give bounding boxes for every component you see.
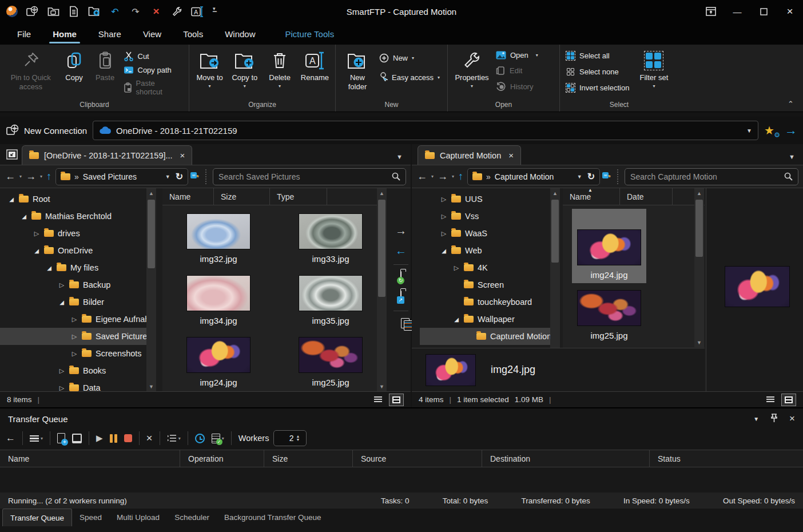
paste-button[interactable]: Paste: [90, 47, 120, 85]
new-folder-button[interactable]: New folder: [339, 47, 376, 93]
queue-dropdown-icon[interactable]: ▼: [753, 416, 759, 422]
tab-window[interactable]: Window: [224, 26, 256, 42]
scroll-down-icon[interactable]: ▼: [146, 382, 156, 391]
easy-access-button[interactable]: Easy access ▾: [377, 72, 442, 83]
properties-button[interactable]: Properties ▾: [451, 47, 492, 91]
copy-to-button[interactable]: Copy to ▾: [228, 47, 261, 91]
queue-remove-button[interactable]: ×: [146, 432, 153, 444]
right-search-input[interactable]: [630, 172, 781, 181]
address-dropdown-icon[interactable]: ▼: [577, 174, 582, 180]
favorites-star-icon[interactable]: ★⚙: [764, 124, 779, 137]
scroll-up-icon[interactable]: ▲: [146, 188, 156, 198]
collapse-ribbon-button[interactable]: ⌃: [778, 96, 803, 112]
file-tile-img25[interactable]: img25.jpg: [294, 334, 367, 391]
tree-item-bilder[interactable]: ◢Bilder: [0, 293, 146, 311]
queue-verify-button[interactable]: ✓▾: [212, 434, 224, 443]
copy-button[interactable]: Copy: [59, 47, 89, 85]
select-none-button[interactable]: Select none: [563, 66, 631, 77]
expanded-icon[interactable]: ◢: [46, 265, 53, 271]
right-browser-tab[interactable]: Captured Motion ×: [418, 145, 521, 165]
file-tile-img24-selected[interactable]: img24.jpg: [572, 209, 646, 283]
expanded-icon[interactable]: ◢: [453, 316, 460, 323]
file-tile-img25[interactable]: img25.jpg: [572, 287, 646, 344]
file-tile-img34[interactable]: img34.jpg: [182, 272, 255, 329]
queue-schedule-button[interactable]: [195, 434, 205, 443]
collapsed-icon[interactable]: ▷: [440, 213, 447, 220]
close-button[interactable]: ×: [777, 0, 803, 23]
tree-item-4k[interactable]: ▷4K: [420, 259, 550, 276]
refresh-icon[interactable]: ↻: [587, 171, 595, 182]
queue-pause-button[interactable]: [110, 434, 117, 443]
left-list-scrollbar[interactable]: ▲ ▼: [377, 188, 387, 391]
left-tab-list-dropdown-icon[interactable]: ▼: [396, 153, 403, 160]
connection-combobox[interactable]: OneDrive - 2018-11-21T022159 ▼: [93, 121, 758, 140]
tab-background-transfer-queue[interactable]: Background Transfer Queue: [217, 509, 329, 526]
scroll-up-icon[interactable]: ▲: [694, 188, 704, 198]
list-view-button[interactable]: [371, 394, 385, 406]
search-icon[interactable]: [392, 172, 400, 181]
tree-item-waas[interactable]: ▷WaaS: [420, 225, 550, 242]
collapsed-icon[interactable]: ▷: [58, 384, 65, 392]
open-button[interactable]: Open ▾: [494, 50, 540, 60]
delete-button[interactable]: Delete ▾: [263, 47, 297, 91]
queue-column-status[interactable]: Status: [650, 450, 803, 467]
tree-item-data[interactable]: ▷Data: [0, 379, 146, 391]
column-name[interactable]: Name: [162, 188, 214, 205]
workers-spinner[interactable]: ▲▼: [273, 430, 307, 446]
collapsed-icon[interactable]: ▷: [71, 316, 78, 323]
tab-speed[interactable]: Speed: [72, 509, 109, 526]
collapsed-icon[interactable]: ▷: [71, 350, 78, 358]
queue-add-button[interactable]: +: [57, 433, 65, 443]
connection-dropdown-icon[interactable]: ▼: [746, 128, 752, 134]
tab-home[interactable]: Home: [51, 26, 78, 42]
tab-tools[interactable]: Tools: [182, 26, 204, 42]
collapsed-icon[interactable]: ▷: [71, 333, 78, 340]
tree-item-drives[interactable]: ▷drives: [0, 225, 146, 242]
customize-toolbar-dropdown-icon[interactable]: ▾▔: [213, 6, 217, 17]
pin-panel-icon[interactable]: [770, 414, 778, 424]
scroll-up-icon[interactable]: ▲: [377, 188, 387, 198]
left-tree-scrollbar[interactable]: ▲ ▼: [146, 188, 156, 391]
tree-item-captured-motion[interactable]: Captured Motion: [420, 328, 550, 345]
queue-column-source[interactable]: Source: [353, 450, 482, 467]
forward-button[interactable]: →: [437, 170, 448, 182]
queue-save-button[interactable]: [72, 434, 82, 443]
back-dropdown-icon[interactable]: ▾: [19, 174, 22, 179]
remote-browser-icon[interactable]: [26, 5, 39, 18]
queue-column-destination[interactable]: Destination: [482, 450, 650, 467]
right-list-scrollbar[interactable]: ▲ ▼: [694, 188, 704, 347]
forward-dropdown-icon[interactable]: ▾: [40, 174, 42, 179]
maximize-button[interactable]: [750, 0, 777, 23]
list-view-button[interactable]: [763, 394, 778, 406]
new-connection-button[interactable]: New Connection: [6, 124, 87, 137]
queue-back-button[interactable]: ←: [6, 432, 15, 444]
column-type[interactable]: Type: [270, 188, 327, 205]
thumbnail-view-button[interactable]: [781, 394, 796, 406]
tree-item-screen[interactable]: Screen: [420, 276, 550, 293]
redo-icon[interactable]: ↷: [129, 5, 142, 18]
tab-picture-tools[interactable]: Picture Tools: [284, 26, 336, 42]
tab-file[interactable]: File: [16, 26, 32, 42]
queue-start-button[interactable]: ▶: [96, 433, 103, 443]
search-icon[interactable]: [784, 172, 793, 181]
queue-column-name[interactable]: Name: [0, 450, 180, 467]
expanded-icon[interactable]: ◢: [8, 196, 15, 203]
file-tile-img24[interactable]: img24.jpg: [182, 334, 255, 391]
new-item-button[interactable]: New ▾: [377, 53, 442, 63]
queue-view-button[interactable]: ▾: [167, 434, 181, 442]
spin-down-icon[interactable]: ▼: [296, 438, 300, 442]
right-search-box[interactable]: [625, 168, 798, 185]
tree-item-books[interactable]: ▷Books: [0, 362, 146, 379]
forward-dropdown-icon[interactable]: ▾: [452, 174, 454, 179]
column-date[interactable]: Date: [620, 188, 673, 205]
collapsed-icon[interactable]: ▷: [440, 196, 447, 203]
file-tile-img33[interactable]: img33.jpg: [294, 210, 367, 267]
workers-input[interactable]: [274, 434, 293, 443]
back-button[interactable]: ←: [5, 170, 16, 182]
undo-icon[interactable]: ↶: [109, 5, 121, 18]
back-button[interactable]: ←: [416, 170, 428, 182]
tree-item-web[interactable]: ◢Web: [420, 242, 550, 259]
scroll-up-icon[interactable]: ▲: [550, 188, 560, 198]
tree-item-backup[interactable]: ▷Backup: [0, 276, 146, 293]
local-browser-icon[interactable]: [47, 5, 59, 18]
